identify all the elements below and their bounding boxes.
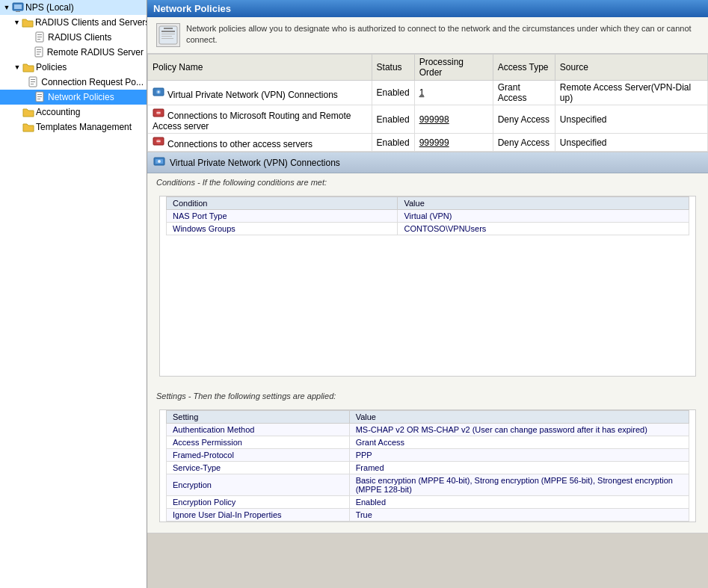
- selected-policy-detail: Virtual Private Network (VPN) Connection…: [147, 152, 708, 533]
- sidebar-item-connection-request[interactable]: Connection Request Po...: [0, 75, 147, 90]
- svg-rect-12: [31, 79, 35, 80]
- policy-access-type: Grant Access: [493, 81, 555, 105]
- svg-rect-33: [157, 140, 161, 141]
- table-row[interactable]: Connections to other access servers Enab…: [148, 134, 708, 152]
- svg-rect-1: [14, 4, 22, 9]
- policy-table: Policy Name Status Processing Order Acce…: [147, 54, 708, 152]
- sidebar-item-radius-clients-servers[interactable]: ▼ RADIUS Clients and Servers: [0, 15, 147, 30]
- sidebar-item-label: Remote RADIUS Server: [47, 47, 144, 58]
- policy-name[interactable]: Virtual Private Network (VPN) Connection…: [148, 81, 372, 105]
- setting-value: MS-CHAP v2 OR MS-CHAP v2 (User can chang…: [349, 424, 689, 436]
- setting-value: Enabled: [349, 496, 689, 509]
- main-content: Policy Name Status Processing Order Acce…: [147, 54, 708, 588]
- policy-processing-order[interactable]: 999999: [414, 134, 493, 152]
- conditions-section: Conditions - If the following conditions…: [147, 173, 708, 387]
- policy-table-container: Policy Name Status Processing Order Acce…: [147, 54, 708, 152]
- right-panel: Network Policies Network policies allow …: [147, 0, 708, 588]
- conditions-col-value: Value: [398, 197, 689, 210]
- doc-icon: [34, 91, 46, 103]
- deny-row-icon: [153, 107, 164, 119]
- setting-name: Encryption: [167, 474, 350, 496]
- setting-value: Basic encryption (MPPE 40-bit), Strong e…: [349, 474, 689, 496]
- policy-source: Remote Access Server(VPN-Dial up): [555, 81, 707, 105]
- condition-row: Windows Groups CONTOSO\VPNUsers: [167, 223, 689, 235]
- setting-value: PPP: [349, 449, 689, 462]
- sidebar-item-accounting[interactable]: Accounting: [0, 105, 147, 120]
- sidebar-item-templates-management[interactable]: Templates Management: [0, 120, 147, 134]
- setting-row: Framed-Protocol PPP: [167, 449, 689, 462]
- sidebar-item-label: Connection Request Po...: [41, 77, 144, 87]
- tree-chevron: ▼: [13, 19, 20, 26]
- svg-rect-18: [37, 99, 40, 99]
- info-banner: Network policies allow you to designate …: [147, 17, 708, 54]
- policy-access-type: Deny Access: [493, 134, 555, 152]
- setting-value: True: [349, 509, 689, 522]
- settings-section: Settings - Then the following settings a…: [147, 387, 708, 533]
- svg-rect-24: [161, 38, 173, 39]
- sidebar-item-radius-clients[interactable]: RADIUS Clients: [0, 30, 147, 45]
- tree-chevron: ▼: [13, 64, 21, 71]
- policy-source: Unspecified: [555, 105, 707, 134]
- vpn-row-icon: [153, 86, 164, 98]
- folder-icon: [22, 106, 34, 118]
- col-access-type: Access Type: [493, 55, 555, 81]
- svg-rect-22: [161, 34, 175, 34]
- policy-name[interactable]: Connections to other access servers: [148, 134, 372, 152]
- svg-rect-8: [37, 49, 41, 50]
- settings-col-value: Value: [349, 411, 689, 424]
- policy-processing-order[interactable]: 1: [414, 81, 493, 105]
- doc-icon: [28, 76, 40, 88]
- policy-name[interactable]: Connections to Microsoft Routing and Rem…: [148, 105, 372, 134]
- detail-header: Virtual Private Network (VPN) Connection…: [147, 152, 708, 173]
- svg-rect-17: [37, 96, 42, 97]
- svg-rect-13: [31, 81, 35, 82]
- sidebar-item-policies[interactable]: ▼ Policies: [0, 60, 147, 75]
- setting-row: Encryption Basic encryption (MPPE 40-bit…: [167, 474, 689, 496]
- settings-label: Settings - Then the following settings a…: [147, 387, 708, 405]
- panel-title: Network Policies: [147, 0, 708, 17]
- condition-name: NAS Port Type: [167, 210, 398, 223]
- svg-rect-6: [37, 39, 40, 40]
- sidebar-item-label: Network Policies: [48, 92, 114, 102]
- sidebar-item-label: Policies: [36, 62, 67, 72]
- setting-name: Framed-Protocol: [167, 449, 350, 462]
- folder-open-icon: [22, 16, 34, 28]
- conditions-container: Condition Value NAS Port Type Virtual (V…: [159, 196, 696, 377]
- settings-table: Setting Value Authentication Method MS-C…: [166, 410, 689, 522]
- col-status: Status: [372, 55, 414, 81]
- col-policy-name: Policy Name: [148, 55, 372, 81]
- sidebar-item-label: RADIUS Clients: [48, 32, 111, 43]
- setting-value: Grant Access: [349, 436, 689, 449]
- condition-value: Virtual (VPN): [398, 210, 689, 223]
- sidebar-item-label: NPS (Local): [25, 2, 74, 13]
- sidebar-item-label: Templates Management: [36, 122, 132, 132]
- conditions-col-condition: Condition: [167, 197, 398, 210]
- detail-vpn-icon: [153, 155, 165, 170]
- policy-processing-order[interactable]: 999998: [414, 105, 493, 134]
- setting-name: Authentication Method: [167, 424, 350, 436]
- doc-icon: [34, 31, 46, 43]
- sidebar-item-network-policies[interactable]: Network Policies: [0, 90, 147, 105]
- settings-container: Setting Value Authentication Method MS-C…: [159, 409, 696, 522]
- sidebar-item-nps-local[interactable]: ▼ NPS (Local): [0, 0, 147, 15]
- table-row[interactable]: Virtual Private Network (VPN) Connection…: [148, 81, 708, 105]
- col-processing-order: Processing Order: [414, 55, 493, 81]
- svg-rect-9: [37, 52, 41, 52]
- svg-rect-20: [164, 28, 173, 29]
- doc-icon: [34, 46, 46, 58]
- info-icon: [156, 23, 180, 47]
- condition-name: Windows Groups: [167, 223, 398, 235]
- setting-name: Ignore User Dial-In Properties: [167, 509, 350, 522]
- setting-name: Encryption Policy: [167, 496, 350, 509]
- setting-name: Service-Type: [167, 462, 350, 474]
- conditions-label: Conditions - If the following conditions…: [147, 173, 708, 191]
- setting-row: Ignore User Dial-In Properties True: [167, 509, 689, 522]
- sidebar-item-remote-radius[interactable]: Remote RADIUS Server: [0, 45, 147, 60]
- table-row[interactable]: Connections to Microsoft Routing and Rem…: [148, 105, 708, 134]
- svg-rect-23: [161, 36, 172, 37]
- conditions-table: Condition Value NAS Port Type Virtual (V…: [166, 196, 689, 235]
- selected-policy-name: Virtual Private Network (VPN) Connection…: [170, 158, 340, 168]
- col-source: Source: [555, 55, 707, 81]
- conditions-area: Condition Value NAS Port Type Virtual (V…: [147, 196, 708, 387]
- svg-point-36: [158, 160, 161, 163]
